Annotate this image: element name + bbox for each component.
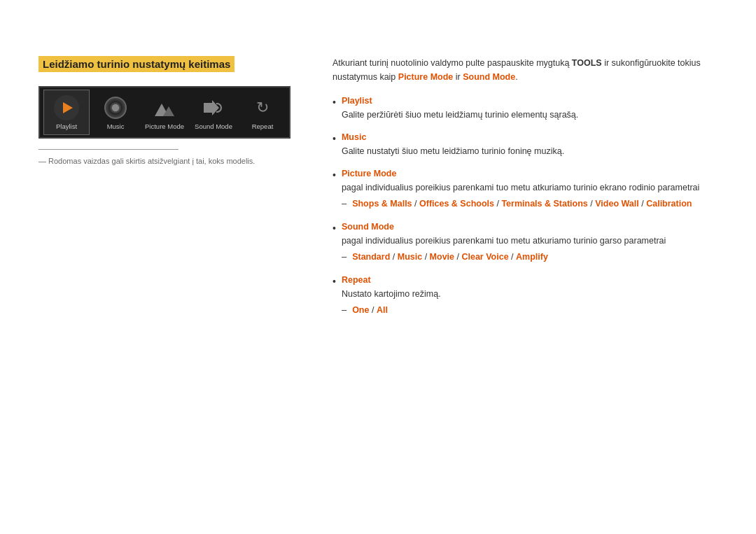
sub-dash-sound: – — [342, 250, 346, 265]
picture-mode-title: Picture Mode — [342, 169, 397, 178]
one: One — [352, 305, 369, 315]
playlist-label: Playlist — [56, 122, 77, 130]
sound-mode-options: Standard / Music / Movie / Clear Voice /… — [352, 250, 548, 264]
playlist-icon-area — [54, 95, 79, 120]
picture-mode-desc: pagal individualius poreikius parenkami … — [342, 181, 718, 195]
sound-mode-sub-list: – Standard / Music / Movie / Clear Voice… — [342, 250, 718, 265]
bullet-list: • Playlist Galite peržiūrėti šiuo metu l… — [332, 94, 718, 317]
list-item-music: • Music Galite nustatyti šiuo metu leidž… — [332, 130, 718, 158]
repeat-desc: Nustato kartojimo režimą. — [342, 287, 718, 301]
player-item-music[interactable]: Music — [92, 90, 139, 135]
picture-mode-link: Picture Mode — [398, 72, 454, 82]
player-item-sound-mode[interactable]: Sound Mode — [190, 90, 237, 135]
repeat-icon: ↻ — [256, 99, 269, 117]
bullet-dot: • — [332, 94, 336, 110]
video-wall: Video Wall — [595, 199, 639, 209]
repeat-sub-list: – One / All — [342, 303, 718, 318]
sub-dash-picture: – — [342, 197, 346, 211]
offices-schools: Offices & Schools — [419, 199, 494, 209]
bullet-dot-repeat: • — [332, 274, 336, 289]
repeat-icon-area: ↻ — [250, 95, 275, 120]
music-label: Music — [107, 122, 125, 130]
music-content: Music Galite nustatyti šiuo metu leidžia… — [342, 130, 718, 158]
bullet-dot-music: • — [332, 131, 336, 146]
bullet-dot-picture: • — [332, 167, 336, 183]
sound-mode-icon-area — [201, 95, 226, 120]
sub-list-item-sound: – Standard / Music / Movie / Clear Voice… — [342, 250, 718, 265]
repeat-title: Repeat — [342, 275, 371, 285]
music-desc: Galite nustatyti šiuo metu leidžiamo tur… — [342, 144, 718, 158]
tools-word: TOOLS — [572, 58, 602, 68]
list-item-sound-mode: • Sound Mode pagal individualius poreiki… — [332, 220, 718, 265]
intro-end: . — [515, 72, 517, 82]
bullet-dot-sound: • — [332, 220, 336, 236]
terminals-stations: Terminals & Stations — [501, 199, 587, 209]
intro-and: ir — [453, 72, 463, 82]
note-text: — Rodomas vaizdas gali skirtis atsižvelg… — [38, 157, 304, 165]
list-item-repeat: • Repeat Nustato kartojimo režimą. – One… — [332, 273, 718, 318]
calibration: Calibration — [646, 199, 692, 209]
disc-icon — [104, 97, 127, 119]
right-column: Atkuriant turinį nuotolinio valdymo pult… — [332, 56, 718, 325]
repeat-content: Repeat Nustato kartojimo režimą. – One /… — [342, 273, 718, 318]
sound-mode-link: Sound Mode — [463, 72, 515, 82]
repeat-label: Repeat — [252, 122, 274, 130]
player-ui: Playlist Music Picture Mode — [38, 86, 290, 139]
picture-mode-options: Shops & Malls / Offices & Schools / Term… — [352, 197, 692, 211]
divider — [38, 149, 178, 150]
standard: Standard — [352, 252, 390, 262]
playlist-title: Playlist — [342, 96, 372, 106]
clear-voice: Clear Voice — [461, 252, 508, 262]
page-container: Leidžiamo turinio nustatymų keitimas Pla… — [0, 0, 756, 353]
sound-mode-content: Sound Mode pagal individualius poreikius… — [342, 220, 718, 265]
music-opt: Music — [398, 252, 422, 262]
sound-mode-desc: pagal individualius poreikius parenkami … — [342, 234, 718, 248]
intro-paragraph: Atkuriant turinį nuotolinio valdymo pult… — [332, 56, 718, 84]
picture-mode-icon-area — [152, 95, 177, 120]
play-triangle-icon — [63, 102, 73, 113]
left-column: Leidžiamo turinio nustatymų keitimas Pla… — [38, 56, 304, 325]
player-item-picture-mode[interactable]: Picture Mode — [141, 90, 188, 135]
music-title: Music — [342, 132, 366, 142]
music-icon-area — [103, 95, 128, 120]
player-item-playlist[interactable]: Playlist — [43, 90, 90, 135]
section-title: Leidžiamo turinio nustatymų keitimas — [38, 56, 234, 72]
sub-list-item-repeat: – One / All — [342, 303, 718, 318]
list-item-playlist: • Playlist Galite peržiūrėti šiuo metu l… — [332, 94, 718, 122]
sound-mode-title: Sound Mode — [342, 222, 394, 232]
sub-list-item-picture: – Shops & Malls / Offices & Schools / Te… — [342, 197, 718, 211]
playlist-content: Playlist Galite peržiūrėti šiuo metu lei… — [342, 94, 718, 122]
mountain-icon — [153, 99, 176, 116]
sub-dash-repeat: – — [342, 303, 346, 318]
shops-malls: Shops & Malls — [352, 199, 412, 209]
amplify: Amplify — [516, 252, 548, 262]
all: All — [377, 305, 388, 315]
picture-mode-content: Picture Mode pagal individualius poreiki… — [342, 167, 718, 211]
picture-mode-sub-list: – Shops & Malls / Offices & Schools / Te… — [342, 197, 718, 211]
movie: Movie — [430, 252, 454, 262]
intro-before-tools: Atkuriant turinį nuotolinio valdymo pult… — [332, 58, 572, 68]
playlist-desc: Galite peržiūrėti šiuo metu leidžiamų tu… — [342, 108, 718, 122]
speaker-icon — [204, 100, 223, 115]
player-item-repeat[interactable]: ↻ Repeat — [239, 90, 286, 135]
list-item-picture-mode: • Picture Mode pagal individualius porei… — [332, 167, 718, 211]
repeat-options: One / All — [352, 303, 388, 317]
picture-mode-label: Picture Mode — [145, 122, 184, 130]
play-button-icon — [54, 95, 79, 120]
sound-mode-label: Sound Mode — [195, 122, 232, 130]
